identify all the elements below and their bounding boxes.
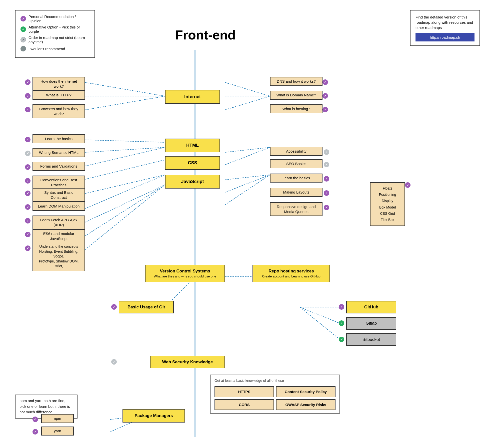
node-vcs[interactable]: Version Control Systems What are they an… [145,265,225,282]
badge-semantic: ✓ [25,151,30,156]
svg-line-2 [85,96,165,110]
legend-label-gray-light: Order in roadmap not strict (Learn anyti… [28,35,90,44]
css-topic-floats: Floats [374,185,401,192]
security-note-text: Get at least a basic knowledge of all of… [214,378,336,383]
node-hosting[interactable]: What is hosting? [270,104,322,113]
badge-floats: ✓ [405,182,410,188]
node-semantic-html[interactable]: Writing Semantic HTML [32,148,85,157]
badge-forms: ✓ [25,164,30,170]
node-http[interactable]: What is HTTP? [32,91,85,100]
node-learn-basics-css[interactable]: Learn the basics [270,174,322,183]
badge-responsive: ✓ [324,205,329,210]
badge-git: ✓ [111,304,117,310]
svg-line-0 [85,82,165,96]
svg-line-7 [85,147,165,152]
badge-github: ✓ [339,304,344,310]
badge-learn-basics-css: ✓ [324,176,329,182]
node-repo-hosting[interactable]: Repo hosting services Create account and… [252,265,330,282]
svg-line-15 [225,147,270,152]
node-seo[interactable]: SEO Basics [270,159,322,168]
node-package-managers[interactable]: Package Managers [122,409,185,423]
node-learn-basics-html[interactable]: Learn the basics [32,134,85,143]
badge-dns: ✓ [322,79,328,85]
node-https[interactable]: HTTPS [214,386,274,397]
node-making-layouts[interactable]: Making Layouts [270,188,322,197]
node-github[interactable]: GitHub [346,301,396,313]
svg-line-26 [300,307,340,340]
concepts-line2: Hoisting, Event Bubbling, Scope, [39,249,78,258]
legend-label-gray-dark: I wouldn't recommend [28,47,65,51]
node-accessibility[interactable]: Accessibility [270,147,322,156]
badge-yarn: ✓ [32,429,38,435]
badge-gitlab: ✓ [339,320,344,326]
node-fetch[interactable]: Learn Fetch API / Ajax (XHR) [32,216,85,229]
node-domain-name[interactable]: What is Domain Name? [270,91,322,100]
badge-fetch: ✓ [25,218,30,224]
badge-accessibility: ✓ [324,149,329,155]
node-browsers[interactable]: Browsers and how they work? [32,104,85,118]
node-css[interactable]: CSS [165,156,220,170]
node-dns[interactable]: DNS and how it works? [270,77,322,86]
svg-line-25 [300,307,340,323]
legend-label-purple: Personal Recommendation / Opinion [28,14,90,23]
svg-line-12 [85,185,165,222]
svg-line-19 [225,175,270,205]
legend-item-gray-dark: I wouldn't recommend [20,46,90,51]
node-responsive[interactable]: Responsive design and Media Queries [270,202,322,216]
node-content-security[interactable]: Content Security Policy [276,386,336,397]
node-es6[interactable]: ES6+ and modular JavaScript [32,229,85,243]
purple-check-icon: ✓ [20,16,26,21]
badge-domain: ✓ [322,93,328,99]
vcs-line1: Version Control Systems [150,268,220,274]
badge-seo: ✓ [324,162,329,167]
node-gitlab[interactable]: Gitlab [346,317,396,330]
badge-web-security: ✓ [111,359,117,365]
legend-label-green: Alternative Option - Pick this or purple [28,25,90,33]
css-topic-flexbox: Flex Box [374,217,401,223]
node-bitbucket[interactable]: Bitbucket [346,333,396,346]
node-web-security[interactable]: Web Security Knowledge [150,356,225,368]
node-css-topics: Floats Positioning Display Box Model CSS… [370,182,405,226]
css-topic-display: Display [374,198,401,204]
node-html[interactable]: HTML [165,139,220,152]
node-cors[interactable]: CORS [214,399,274,410]
css-topic-cssgrid: CSS Grid [374,211,401,217]
node-dom[interactable]: Learn DOM Manipulation [32,202,85,211]
badge-syntax: ✓ [25,191,30,196]
node-internet[interactable]: Internet [165,90,220,104]
badge-conventions: ✓ [25,178,30,184]
badge-browsers: ✓ [25,107,30,112]
legend-item-purple: ✓ Personal Recommendation / Opinion [20,14,90,23]
svg-line-14 [85,185,165,250]
badge-http: ✓ [25,93,30,99]
info-box: Find the detailed version of this roadma… [410,10,480,46]
roadmap-link[interactable]: http:// roadmap.sh [416,33,474,41]
badge-bitbucket: ✓ [339,337,344,342]
svg-line-17 [225,175,270,180]
node-conventions[interactable]: Conventions and Best Practices [32,176,85,189]
badge-learn-basics-html: ✓ [25,137,30,142]
node-npm[interactable]: npm [41,414,74,423]
node-forms[interactable]: Forms and Validations [32,162,85,171]
svg-line-5 [225,96,270,110]
green-check-icon: ✓ [20,26,26,32]
node-syntax[interactable]: Syntax and Basic Construct [32,188,85,202]
concepts-line1: Understand the concepts [39,244,78,248]
node-javascript[interactable]: JavaScript [165,175,220,189]
svg-line-16 [225,147,270,165]
svg-line-6 [85,140,165,142]
repo-line2: Create account and Learn to use GitHub [257,274,326,279]
node-concepts[interactable]: Understand the concepts Hoisting, Event … [32,242,85,271]
node-yarn[interactable]: yarn [41,427,74,436]
gray-light-check-icon: ✓ [20,37,26,42]
node-how-internet[interactable]: How does the internet work? [32,77,85,91]
svg-line-9 [85,160,165,179]
security-note-box: Get at least a basic knowledge of all of… [210,375,340,414]
badge-hosting: ✓ [322,107,328,112]
svg-line-18 [225,175,270,192]
svg-line-10 [85,175,165,194]
badge-es6: ✓ [25,232,30,237]
node-basic-git[interactable]: Basic Usage of Git [119,301,174,313]
node-owasp[interactable]: OWASP Security Risks [276,399,336,410]
svg-line-8 [85,147,165,166]
